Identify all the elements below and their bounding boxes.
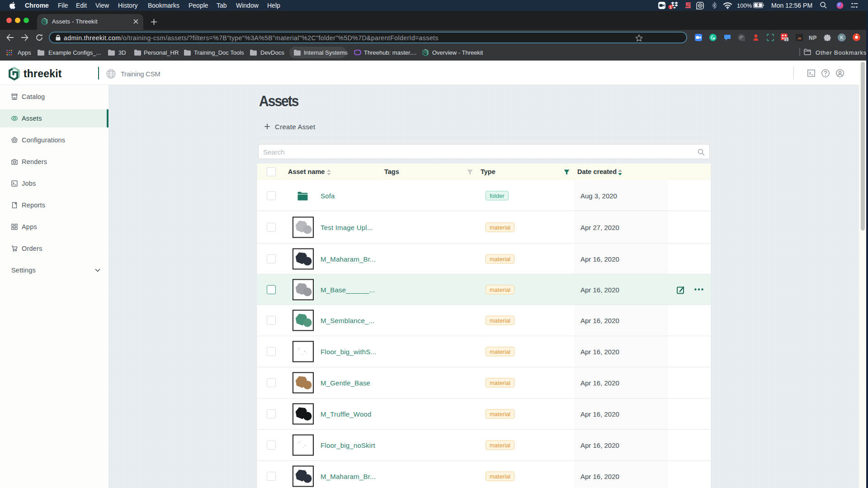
svg-text:.io: .io (797, 36, 802, 40)
svg-text:1: 1 (786, 38, 788, 41)
svg-text:1: 1 (670, 5, 672, 9)
